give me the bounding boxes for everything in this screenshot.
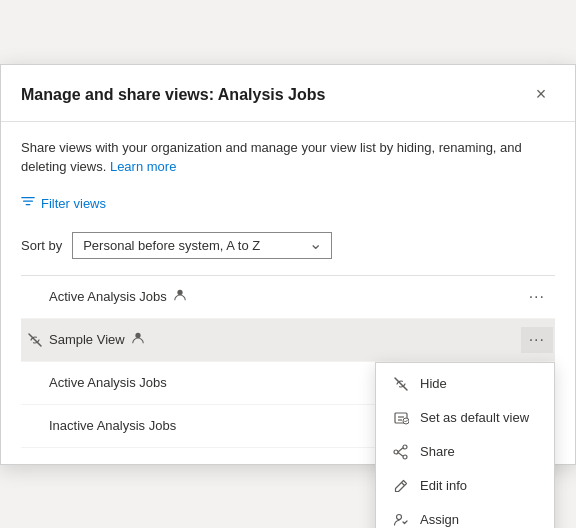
svg-point-9 (403, 455, 407, 459)
dialog-title: Manage and share views: Analysis Jobs (21, 86, 325, 104)
sort-label: Sort by (21, 238, 62, 253)
share-label: Share (420, 444, 455, 459)
default-menu-icon (392, 409, 410, 427)
more-button-2[interactable]: ··· (521, 327, 553, 353)
views-list: Active Analysis Jobs ··· (21, 275, 555, 448)
sort-select-wrapper: Personal before system, A to ZPersonal b… (72, 232, 332, 259)
view-name-2: Sample View (49, 331, 521, 348)
svg-point-10 (394, 450, 398, 454)
person-icon-2 (131, 331, 145, 348)
svg-line-11 (398, 447, 403, 451)
svg-point-8 (403, 445, 407, 449)
dialog-body: Share views with your organization and m… (1, 122, 575, 464)
svg-line-13 (402, 482, 405, 485)
edit-menu-icon (392, 477, 410, 495)
svg-line-12 (398, 452, 403, 456)
context-menu: Hide Set as default view (375, 362, 555, 529)
sort-select[interactable]: Personal before system, A to ZPersonal b… (72, 232, 332, 259)
menu-item-set-default[interactable]: Set as default view (376, 401, 554, 435)
view-item-sample-view: Sample View ··· (21, 319, 555, 362)
learn-more-link[interactable]: Learn more (110, 159, 176, 174)
manage-views-dialog: Manage and share views: Analysis Jobs × … (0, 64, 576, 465)
person-icon-1 (173, 288, 187, 305)
filter-icon (21, 195, 35, 212)
hide-label: Hide (420, 376, 447, 391)
description-text: Share views with your organization and m… (21, 138, 555, 177)
sort-row: Sort by Personal before system, A to ZPe… (21, 232, 555, 259)
edit-info-label: Edit info (420, 478, 467, 493)
assign-menu-icon (392, 511, 410, 529)
menu-item-hide[interactable]: Hide (376, 367, 554, 401)
menu-item-edit-info[interactable]: Edit info (376, 469, 554, 503)
close-button[interactable]: × (527, 81, 555, 109)
view-item-active-analysis-jobs: Active Analysis Jobs ··· (21, 276, 555, 319)
svg-point-2 (135, 333, 140, 338)
hide-menu-icon (392, 375, 410, 393)
hidden-icon (21, 332, 49, 348)
set-default-label: Set as default view (420, 410, 529, 425)
more-button-1[interactable]: ··· (521, 284, 553, 310)
filter-views-button[interactable]: Filter views (21, 191, 555, 216)
share-menu-icon (392, 443, 410, 461)
svg-point-0 (177, 290, 182, 295)
menu-item-share[interactable]: Share (376, 435, 554, 469)
svg-point-14 (397, 514, 402, 519)
filter-views-label: Filter views (41, 196, 106, 211)
dialog-header: Manage and share views: Analysis Jobs × (1, 65, 575, 122)
view-row-container-sample: Sample View ··· (21, 319, 555, 362)
menu-item-assign[interactable]: Assign (376, 503, 554, 529)
assign-label: Assign (420, 512, 459, 527)
view-name-1: Active Analysis Jobs (49, 288, 521, 305)
